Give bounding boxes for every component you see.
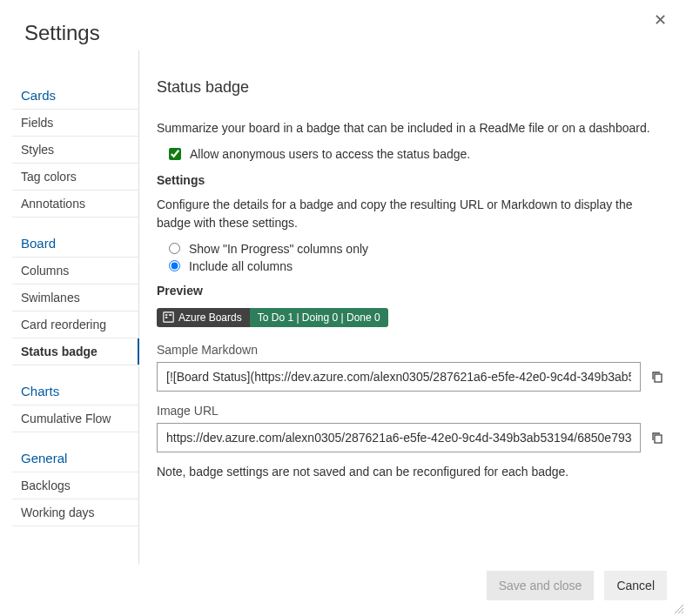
markdown-label: Sample Markdown <box>157 343 665 357</box>
sidebar-item-cumulative-flow[interactable]: Cumulative Flow <box>12 405 138 432</box>
svg-rect-1 <box>165 315 167 317</box>
sidebar-section-charts: Charts <box>12 378 138 405</box>
badge-note: Note, badge settings are not saved and c… <box>157 465 665 479</box>
columns-radio-group: Show "In Progress" columns only Include … <box>157 242 665 273</box>
badge-preview: Azure Boards To Do 1 | Doing 0 | Done 0 <box>157 308 388 327</box>
main-panel: Status badge Summarize your board in a b… <box>139 50 686 564</box>
sidebar-item-card-reordering[interactable]: Card reordering <box>12 311 138 338</box>
sidebar-item-swimlanes[interactable]: Swimlanes <box>12 285 138 311</box>
copy-imgurl-button[interactable] <box>649 430 665 445</box>
svg-rect-3 <box>169 315 172 317</box>
radio-all[interactable] <box>169 260 180 271</box>
sidebar-section-general: General <box>12 445 138 472</box>
copy-markdown-button[interactable] <box>649 369 665 385</box>
markdown-input[interactable] <box>157 362 641 392</box>
save-and-close-button[interactable]: Save and close <box>487 571 595 600</box>
sidebar-item-fields[interactable]: Fields <box>12 110 138 137</box>
allow-anonymous-checkbox[interactable] <box>169 148 181 160</box>
allow-anonymous-label: Allow anonymous users to access the stat… <box>190 147 470 161</box>
svg-rect-4 <box>655 374 662 382</box>
sidebar-item-styles[interactable]: Styles <box>12 137 138 164</box>
sidebar-section-cards: Cards <box>12 82 138 110</box>
cancel-button[interactable]: Cancel <box>604 571 667 600</box>
badge-right-label: To Do 1 | Doing 0 | Done 0 <box>258 311 380 324</box>
badge-left: Azure Boards <box>157 308 250 327</box>
imgurl-input[interactable] <box>157 423 641 452</box>
close-icon[interactable]: ✕ <box>650 10 670 30</box>
dialog-footer: Save and close Cancel <box>487 571 667 600</box>
copy-icon <box>650 370 664 384</box>
badge-left-label: Azure Boards <box>178 311 242 324</box>
dialog-title: Settings <box>24 21 100 45</box>
sidebar-item-working-days[interactable]: Working days <box>12 499 138 526</box>
config-description: Configure the details for a badge and co… <box>157 196 665 231</box>
radio-in-progress-row[interactable]: Show "In Progress" columns only <box>169 242 665 256</box>
sidebar-item-status-badge[interactable]: Status badge <box>12 338 138 365</box>
radio-all-row[interactable]: Include all columns <box>169 259 665 273</box>
svg-rect-5 <box>655 435 662 443</box>
resize-grip-icon[interactable] <box>674 604 684 614</box>
badge-right: To Do 1 | Doing 0 | Done 0 <box>250 308 388 327</box>
sidebar-section-board: Board <box>12 230 138 258</box>
radio-all-label: Include all columns <box>189 259 293 273</box>
sidebar-item-annotations[interactable]: Annotations <box>12 191 138 218</box>
svg-rect-2 <box>165 317 167 318</box>
svg-rect-0 <box>164 312 173 322</box>
panel-title: Status badge <box>157 78 665 97</box>
radio-in-progress-label: Show "In Progress" columns only <box>189 242 368 256</box>
sidebar-item-columns[interactable]: Columns <box>12 258 138 285</box>
imgurl-label: Image URL <box>157 404 665 418</box>
copy-icon <box>650 431 664 445</box>
settings-sidebar: Cards Fields Styles Tag colors Annotatio… <box>12 50 139 564</box>
azure-boards-icon <box>163 311 174 323</box>
panel-summary: Summarize your board in a badge that can… <box>157 119 665 137</box>
preview-heading: Preview <box>157 284 665 298</box>
settings-heading: Settings <box>157 173 665 187</box>
sidebar-item-tag-colors[interactable]: Tag colors <box>12 164 138 191</box>
sidebar-item-backlogs[interactable]: Backlogs <box>12 472 138 499</box>
radio-in-progress[interactable] <box>169 243 180 254</box>
allow-anonymous-row[interactable]: Allow anonymous users to access the stat… <box>157 147 665 161</box>
